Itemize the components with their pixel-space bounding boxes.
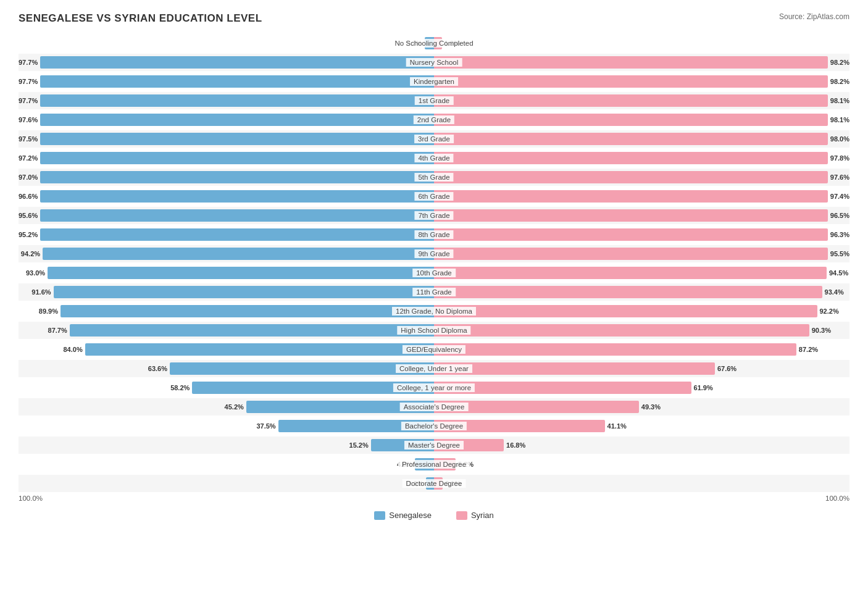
- right-bar-wrapper: 5.2%: [434, 458, 849, 470]
- right-bar: [434, 324, 809, 337]
- left-bar-wrapper: 2.3%: [19, 37, 434, 49]
- left-value: 4.6%: [397, 461, 412, 468]
- right-value: 98.2%: [830, 59, 849, 66]
- legend-senegalese: Senegalese: [374, 511, 432, 520]
- right-value: 67.6%: [717, 365, 737, 372]
- right-value: 61.9%: [694, 384, 713, 391]
- left-value: 2.3%: [406, 40, 422, 47]
- left-bar: [48, 267, 434, 279]
- left-bar: [61, 305, 434, 317]
- right-bar-wrapper: 96.5%: [434, 209, 849, 222]
- bar-row: 37.5% Bachelor's Degree 41.1%: [19, 417, 849, 435]
- left-bar-wrapper: 97.6%: [19, 114, 434, 126]
- bar-row: 91.6% 11th Grade 93.4%: [19, 283, 849, 301]
- chart-container: SENEGALESE VS SYRIAN EDUCATION LEVEL Sou…: [0, 0, 868, 545]
- left-bar-wrapper: 97.0%: [19, 171, 434, 183]
- bar-row: 94.2% 9th Grade 95.5%: [19, 245, 849, 262]
- left-bar: [40, 56, 434, 69]
- left-bar-wrapper: 93.0%: [19, 267, 434, 279]
- right-bar: [434, 248, 828, 260]
- bar-row: 97.7% 1st Grade 98.1%: [19, 92, 849, 109]
- left-value: 89.9%: [39, 307, 58, 315]
- left-bar: [40, 171, 434, 183]
- right-bar: [434, 305, 817, 317]
- left-bar-wrapper: 2.0%: [19, 477, 434, 490]
- right-bar: [434, 401, 639, 413]
- left-value: 91.6%: [31, 288, 51, 296]
- left-value: 96.6%: [19, 193, 38, 200]
- bar-row: 97.5% 3rd Grade 98.0%: [19, 130, 849, 148]
- left-value: 63.6%: [148, 365, 167, 372]
- right-bar-wrapper: 97.8%: [434, 152, 849, 164]
- left-value: 94.2%: [21, 250, 40, 257]
- right-bar: [434, 209, 828, 222]
- bar-row: 2.3% No Schooling Completed 1.9%: [19, 35, 849, 52]
- left-bar: [426, 477, 434, 490]
- left-bar-wrapper: 97.2%: [19, 152, 434, 164]
- left-value: 97.7%: [19, 97, 38, 104]
- left-bar-wrapper: 91.6%: [19, 286, 434, 298]
- bar-row: 58.2% College, 1 year or more 61.9%: [19, 379, 849, 396]
- left-bar-wrapper: 15.2%: [19, 439, 434, 451]
- right-value: 49.3%: [641, 403, 661, 411]
- bottom-axis: 100.0% 100.0%: [19, 495, 849, 502]
- right-bar-wrapper: 94.5%: [434, 267, 849, 279]
- left-value: 95.6%: [19, 212, 38, 219]
- right-bar: [434, 171, 828, 183]
- right-bar: [434, 267, 827, 279]
- right-bar: [434, 439, 504, 451]
- left-bar-wrapper: 89.9%: [19, 305, 434, 317]
- left-bar: [415, 458, 434, 470]
- right-bar: [434, 75, 828, 88]
- right-value: 97.4%: [830, 193, 849, 200]
- legend-senegalese-label: Senegalese: [389, 511, 432, 520]
- left-bar: [192, 382, 434, 394]
- legend: Senegalese Syrian: [19, 511, 849, 520]
- right-bar: [434, 458, 456, 470]
- left-bar-wrapper: 97.7%: [19, 56, 434, 69]
- bar-row: 95.2% 8th Grade 96.3%: [19, 226, 849, 243]
- right-value: 87.2%: [799, 346, 818, 353]
- right-bar-wrapper: 87.2%: [434, 343, 849, 356]
- right-value: 92.2%: [820, 307, 839, 315]
- right-bar-wrapper: 97.4%: [434, 190, 849, 203]
- right-bar-wrapper: 93.4%: [434, 286, 849, 298]
- left-value: 97.7%: [19, 59, 38, 66]
- bar-row: 2.0% Doctorate Degree 2.1%: [19, 475, 849, 492]
- bar-row: 87.7% High School Diploma 90.3%: [19, 322, 849, 339]
- left-value: 97.0%: [19, 173, 38, 181]
- left-bar-wrapper: 87.7%: [19, 324, 434, 337]
- senegalese-swatch: [374, 511, 385, 520]
- left-value: 37.5%: [256, 422, 275, 430]
- axis-left: 100.0%: [19, 495, 43, 502]
- right-bar: [434, 382, 691, 394]
- right-bar-wrapper: 16.8%: [434, 439, 849, 451]
- left-bar: [40, 152, 434, 164]
- right-bar: [434, 362, 715, 375]
- bars-area: 2.3% No Schooling Completed 1.9% 97.7% N…: [19, 35, 849, 492]
- right-value: 96.3%: [830, 231, 849, 238]
- left-bar: [85, 343, 434, 356]
- header-row: SENEGALESE VS SYRIAN EDUCATION LEVEL Sou…: [19, 12, 849, 25]
- left-bar-wrapper: 95.2%: [19, 228, 434, 241]
- left-value: 15.2%: [349, 441, 369, 449]
- right-value: 98.1%: [830, 97, 849, 104]
- left-bar-wrapper: 63.6%: [19, 362, 434, 375]
- left-bar: [70, 324, 434, 337]
- right-bar: [434, 133, 828, 145]
- left-bar-wrapper: 95.6%: [19, 209, 434, 222]
- right-value: 90.3%: [812, 327, 831, 334]
- right-value: 5.2%: [458, 461, 474, 468]
- left-bar: [43, 248, 434, 260]
- left-bar-wrapper: 37.5%: [19, 420, 434, 432]
- legend-syrian: Syrian: [456, 511, 494, 520]
- left-bar: [170, 362, 434, 375]
- right-value: 97.8%: [830, 154, 849, 162]
- left-value: 95.2%: [19, 231, 38, 238]
- left-bar: [246, 401, 434, 413]
- left-bar: [371, 439, 434, 451]
- left-bar-wrapper: 4.6%: [19, 458, 434, 470]
- source-text: Source: ZipAtlas.com: [779, 12, 849, 21]
- bar-row: 4.6% Professional Degree 5.2%: [19, 456, 849, 473]
- left-value: 87.7%: [48, 327, 67, 334]
